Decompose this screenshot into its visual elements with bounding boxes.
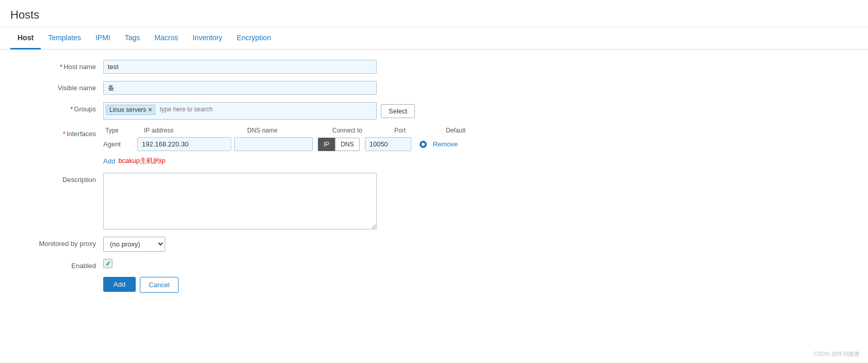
- interfaces-required-star: *: [63, 130, 66, 138]
- col-connect-header: Connect to: [332, 127, 394, 134]
- tab-macros[interactable]: Macros: [147, 27, 185, 50]
- agent-ip-input[interactable]: [137, 137, 231, 151]
- checkmark-icon: ✓: [105, 260, 111, 268]
- col-port-header: Port: [394, 127, 446, 134]
- visible-name-input[interactable]: [103, 81, 377, 95]
- interfaces-row: *Interfaces Type IP address DNS name Con…: [21, 127, 847, 166]
- visible-name-row: Visible name: [21, 81, 847, 95]
- enabled-label: Enabled: [21, 259, 103, 270]
- col-ip-header: IP address: [144, 127, 247, 134]
- interfaces-header: Type IP address DNS name Connect to Port…: [103, 127, 487, 134]
- col-type-header: Type: [105, 127, 144, 134]
- default-radio[interactable]: [420, 141, 427, 148]
- tab-templates[interactable]: Templates: [41, 27, 88, 50]
- visible-name-label: Visible name: [21, 81, 103, 92]
- add-annotation-row: Add bcakup主机的ip: [103, 156, 487, 166]
- interfaces-label: *Interfaces: [21, 127, 103, 138]
- group-chip-remove[interactable]: ×: [148, 106, 152, 113]
- agent-type-label: Agent: [103, 140, 134, 148]
- agent-port-input[interactable]: [365, 137, 411, 151]
- group-chip-label: Linux servers: [109, 106, 146, 113]
- proxy-label: Monitored by proxy: [21, 237, 103, 248]
- proxy-select[interactable]: (no proxy): [103, 237, 165, 252]
- host-name-input[interactable]: [103, 60, 377, 74]
- group-chip-linux: Linux servers ×: [106, 105, 155, 115]
- col-default-header: Default: [446, 127, 487, 134]
- add-button[interactable]: Add: [103, 277, 136, 292]
- tab-encryption[interactable]: Encryption: [230, 27, 278, 50]
- action-buttons-row: Add Cancel: [103, 277, 847, 293]
- description-label: Description: [21, 173, 103, 184]
- select-button[interactable]: Select: [381, 104, 415, 118]
- tab-ipmi[interactable]: IPMI: [88, 27, 118, 50]
- enabled-checkbox[interactable]: ✓: [103, 259, 112, 268]
- add-interface-link[interactable]: Add: [103, 157, 115, 165]
- groups-row: *Groups Linux servers × Select: [21, 102, 847, 120]
- agent-dns-input[interactable]: [234, 137, 313, 151]
- host-name-row: *Host name: [21, 60, 847, 74]
- description-textarea[interactable]: [103, 173, 377, 229]
- dns-button[interactable]: DNS: [335, 138, 359, 151]
- tab-nav: Host Templates IPMI Tags Macros Inventor…: [0, 27, 868, 50]
- tab-tags[interactable]: Tags: [118, 27, 148, 50]
- remove-link[interactable]: Remove: [433, 140, 458, 148]
- groups-label: *Groups: [21, 102, 103, 113]
- tab-host[interactable]: Host: [10, 27, 41, 50]
- groups-wrapper: Linux servers × Select: [103, 102, 415, 120]
- page-title: Hosts: [0, 0, 868, 27]
- description-row: Description: [21, 173, 847, 229]
- col-dns-header: DNS name: [247, 127, 332, 134]
- groups-search-input[interactable]: [157, 105, 374, 114]
- groups-required-star: *: [70, 105, 73, 113]
- cancel-button[interactable]: Cancel: [140, 277, 178, 293]
- connect-to-buttons: IP DNS: [318, 138, 360, 151]
- enabled-row: Enabled ✓: [21, 259, 847, 270]
- groups-box[interactable]: Linux servers ×: [103, 102, 377, 120]
- tab-inventory[interactable]: Inventory: [185, 27, 230, 50]
- groups-input-row: Linux servers × Select: [103, 102, 415, 120]
- required-star: *: [60, 63, 62, 71]
- host-form: *Host name Visible name *Groups Linux se…: [0, 50, 868, 310]
- interfaces-content: Type IP address DNS name Connect to Port…: [103, 127, 487, 166]
- interface-agent-row: Agent IP DNS Remove: [103, 137, 487, 151]
- ip-button[interactable]: IP: [318, 138, 335, 151]
- host-name-label: *Host name: [21, 60, 103, 71]
- annotation-text: bcakup主机的ip: [118, 156, 165, 166]
- proxy-row: Monitored by proxy (no proxy): [21, 237, 847, 252]
